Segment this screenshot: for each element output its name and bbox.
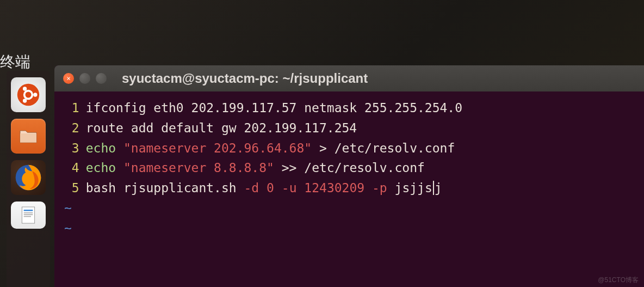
launcher-dash-icon[interactable] — [11, 77, 46, 112]
editor-line[interactable]: 1ifconfig eth0 202.199.117.57 netmask 25… — [64, 98, 634, 118]
svg-rect-10 — [24, 216, 31, 217]
code-segment: "nameserver 8.8.8.8" — [123, 161, 274, 175]
code-segment — [274, 181, 282, 195]
editor-empty-line: ~ — [64, 218, 634, 239]
code-segment — [259, 181, 267, 195]
maximize-icon[interactable] — [96, 73, 107, 84]
minimize-icon[interactable] — [79, 73, 90, 84]
code-segment: -p — [372, 181, 387, 195]
code-segment: route add default gw 202.199.117.254 — [86, 121, 357, 135]
code-segment: echo — [86, 141, 123, 155]
terminal-editor-area[interactable]: 1ifconfig eth0 202.199.117.57 netmask 25… — [54, 91, 644, 245]
line-number: 5 — [64, 181, 79, 195]
editor-empty-line: ~ — [64, 198, 634, 218]
firefox-icon — [13, 162, 44, 193]
code-segment: jsjjs — [387, 181, 432, 195]
svg-point-4 — [23, 99, 27, 102]
svg-point-2 — [33, 93, 37, 96]
svg-rect-8 — [24, 212, 33, 213]
line-number: 2 — [64, 121, 79, 135]
ubuntu-logo-icon — [16, 83, 40, 107]
code-segment: >> /etc/resolv.conf — [274, 161, 425, 175]
editor-line[interactable]: 2route add default gw 202.199.117.254 — [64, 118, 634, 138]
code-segment: "nameserver 202.96.64.68" — [123, 141, 312, 155]
window-title: syuctacm@syuctacm-pc: ~/rjsupplicant — [122, 71, 368, 86]
editor-line[interactable]: 5bash rjsupplicant.sh -d 0 -u 12430209 -… — [64, 178, 634, 198]
editor-line[interactable]: 4echo "nameserver 8.8.8.8" >> /etc/resol… — [64, 158, 634, 178]
code-segment: -d — [244, 181, 259, 195]
code-segment: -u — [282, 181, 297, 195]
window-app-label: 终端 — [0, 52, 30, 72]
code-segment — [364, 181, 372, 195]
terminal-window: × syuctacm@syuctacm-pc: ~/rjsupplicant 1… — [54, 65, 644, 287]
folder-icon — [17, 125, 39, 147]
document-icon — [17, 204, 39, 226]
close-icon[interactable]: × — [63, 73, 74, 84]
line-number: 3 — [64, 141, 79, 155]
line-number: 1 — [64, 101, 79, 115]
code-segment: echo — [86, 161, 123, 175]
unity-launcher — [7, 71, 50, 287]
launcher-document-icon[interactable] — [11, 201, 46, 229]
line-number: 4 — [64, 161, 79, 175]
code-segment: ifconfig eth0 202.199.117.57 netmask 255… — [86, 101, 462, 115]
svg-rect-9 — [24, 214, 33, 215]
code-segment: j — [435, 181, 442, 195]
code-segment: 0 — [267, 181, 274, 195]
code-segment: > /etc/resolv.conf — [312, 141, 455, 155]
launcher-firefox-icon[interactable] — [11, 160, 46, 195]
editor-line[interactable]: 3echo "nameserver 202.96.64.68" > /etc/r… — [64, 138, 634, 158]
watermark-text: @51CTO博客 — [598, 276, 639, 285]
text-cursor — [433, 181, 434, 195]
code-segment: bash rjsupplicant.sh — [86, 181, 244, 195]
code-segment: 12430209 — [304, 181, 364, 195]
svg-point-3 — [23, 87, 27, 90]
code-segment — [296, 181, 304, 195]
window-titlebar[interactable]: × syuctacm@syuctacm-pc: ~/rjsupplicant — [54, 65, 644, 91]
svg-rect-7 — [24, 210, 33, 211]
launcher-files-icon[interactable] — [11, 119, 46, 154]
